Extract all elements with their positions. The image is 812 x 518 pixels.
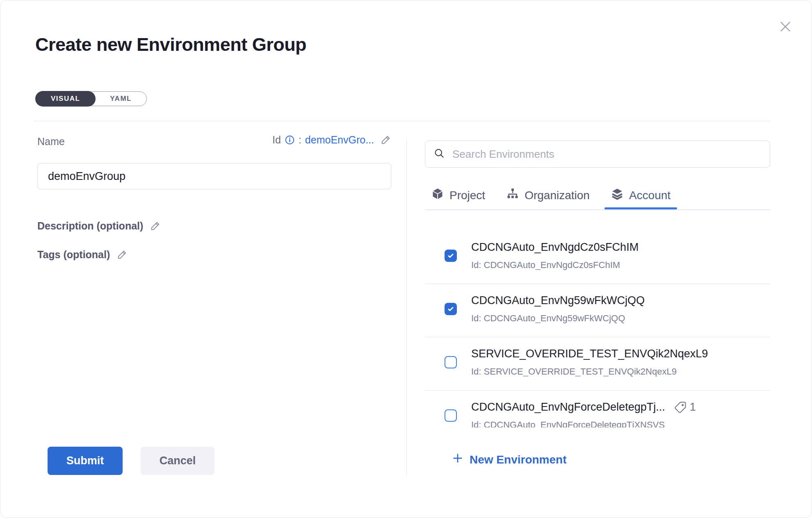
- tab-account[interactable]: Account: [611, 181, 671, 209]
- environment-checkbox-unchecked[interactable]: [445, 356, 457, 368]
- environment-name: CDCNGAuto_EnvNgForceDeletegpTj...: [471, 400, 665, 414]
- edit-tags-icon[interactable]: [116, 249, 128, 260]
- tag-count-badge: 1: [674, 401, 696, 413]
- tab-organization[interactable]: Organization: [506, 181, 590, 209]
- edit-id-icon[interactable]: [380, 134, 391, 145]
- submit-button[interactable]: Submit: [48, 447, 123, 475]
- environment-name: CDCNGAuto_EnvNgdCz0sFChIM: [471, 241, 639, 254]
- tab-project[interactable]: Project: [431, 181, 485, 209]
- description-label: Description (optional): [37, 220, 143, 232]
- environment-checkbox-checked[interactable]: [445, 250, 457, 262]
- environment-search-box: [425, 141, 770, 168]
- environment-id: Id: CDCNGAuto_EnvNg59wFkWCjQQ: [471, 313, 770, 324]
- environment-id: Id: CDCNGAuto_EnvNgdCz0sFChIM: [471, 260, 770, 270]
- cancel-button[interactable]: Cancel: [141, 447, 214, 475]
- tab-organization-label: Organization: [525, 189, 590, 202]
- tags-label: Tags (optional): [37, 249, 110, 261]
- info-icon[interactable]: [285, 135, 295, 145]
- toggle-yaml[interactable]: YAML: [95, 91, 146, 106]
- tab-account-label: Account: [629, 189, 671, 202]
- scope-tabs: Project Organization: [425, 181, 770, 209]
- visual-yaml-toggle: VISUAL YAML: [35, 91, 147, 106]
- search-icon: [433, 148, 445, 161]
- description-row: Description (optional): [37, 220, 161, 232]
- new-environment-label: New Environment: [470, 453, 566, 466]
- cube-icon: [431, 188, 444, 203]
- org-chart-icon: [506, 188, 519, 203]
- environment-list-item: CDCNGAuto_EnvNgForceDeletegpTj... 1 Id: …: [425, 391, 770, 427]
- environment-list-item: CDCNGAuto_EnvNgdCz0sFChIM Id: CDCNGAuto_…: [425, 231, 770, 284]
- environment-name: CDCNGAuto_EnvNg59wFkWCjQQ: [471, 294, 645, 307]
- environment-id: Id: SERVICE_OVERRIDE_TEST_ENVQik2NqexL9: [471, 366, 770, 377]
- environment-list[interactable]: CDCNGAuto_EnvNgdCz0sFChIM Id: CDCNGAuto_…: [425, 210, 770, 427]
- header-divider: [34, 121, 771, 121]
- tag-icon: [674, 401, 687, 413]
- entity-id-row: Id : demoEnvGro...: [37, 134, 391, 146]
- environment-name: SERVICE_OVERRIDE_TEST_ENVQik2NqexL9: [471, 347, 708, 361]
- new-environment-button[interactable]: New Environment: [452, 452, 566, 467]
- id-label: Id: [272, 134, 281, 146]
- environment-checkbox-checked[interactable]: [445, 303, 457, 315]
- page-title: Create new Environment Group: [35, 34, 306, 55]
- name-input[interactable]: [37, 163, 391, 189]
- tags-row: Tags (optional): [37, 249, 128, 261]
- layers-icon: [611, 188, 623, 203]
- id-colon: :: [299, 134, 301, 146]
- search-input[interactable]: [452, 148, 762, 161]
- tab-project-label: Project: [449, 189, 485, 202]
- environment-checkbox-unchecked[interactable]: [445, 409, 457, 422]
- entity-id-value[interactable]: demoEnvGro...: [305, 134, 374, 146]
- plus-icon: [452, 452, 464, 467]
- create-environment-group-dialog: Create new Environment Group VISUAL YAML…: [0, 0, 812, 518]
- environment-list-item: CDCNGAuto_EnvNg59wFkWCjQQ Id: CDCNGAuto_…: [425, 284, 770, 337]
- environment-id: Id: CDCNGAuto_EnvNgForceDeletegpTjXNSVS: [471, 420, 770, 427]
- tag-count: 1: [690, 401, 696, 413]
- environment-list-item: SERVICE_OVERRIDE_TEST_ENVQik2NqexL9 Id: …: [425, 337, 770, 391]
- toggle-visual[interactable]: VISUAL: [35, 91, 96, 107]
- close-icon[interactable]: [778, 19, 793, 34]
- panel-divider: [406, 140, 407, 476]
- edit-description-icon[interactable]: [150, 220, 161, 232]
